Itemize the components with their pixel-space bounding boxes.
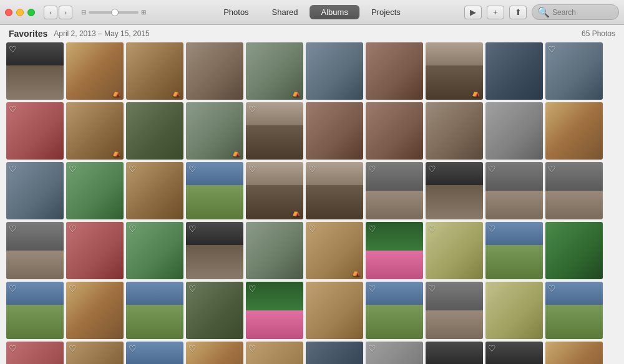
location-icon: ⛺: [112, 149, 121, 157]
photo-item[interactable]: ♡: [126, 222, 183, 279]
photo-item[interactable]: [126, 102, 183, 160]
heart-icon: ♡: [129, 344, 137, 353]
photo-item[interactable]: ♡: [66, 162, 124, 219]
photo-item[interactable]: ⛺: [66, 42, 124, 100]
photo-item[interactable]: ♡: [6, 102, 64, 160]
heart-icon: ♡: [9, 105, 17, 113]
photo-item[interactable]: ♡: [545, 42, 603, 100]
photo-item[interactable]: ♡: [246, 342, 303, 364]
zoom-slider-track[interactable]: [89, 11, 139, 14]
photo-item[interactable]: [306, 342, 363, 364]
photo-item[interactable]: ♡: [485, 222, 543, 279]
search-box[interactable]: 🔍: [532, 4, 619, 20]
photo-item[interactable]: ♡⛺: [306, 222, 363, 279]
photo-item[interactable]: ♡: [126, 342, 183, 364]
share-button[interactable]: ⬆: [509, 6, 527, 19]
photo-item[interactable]: [366, 102, 423, 160]
zoom-out-icon: ⊟: [81, 9, 86, 16]
photo-item[interactable]: [306, 102, 363, 160]
toolbar-right: ▶ + ⬆ 🔍: [464, 4, 619, 20]
photo-item[interactable]: [426, 102, 483, 160]
subtitle-left: Favorites April 2, 2013 – May 15, 2015: [9, 29, 150, 39]
photo-item[interactable]: ♡: [186, 282, 243, 339]
play-button[interactable]: ▶: [464, 6, 482, 19]
photo-item[interactable]: [186, 42, 243, 100]
search-icon: 🔍: [537, 6, 550, 18]
heart-icon: ♡: [368, 284, 376, 293]
photo-item[interactable]: [485, 42, 543, 100]
photo-item[interactable]: [246, 222, 303, 279]
photo-item[interactable]: ♡: [366, 342, 423, 364]
photo-item[interactable]: ♡: [426, 162, 483, 219]
content-area: Favorites April 2, 2013 – May 15, 2015 6…: [0, 25, 624, 364]
heart-icon: ♡: [488, 344, 496, 353]
photo-item[interactable]: ♡: [306, 162, 363, 219]
maximize-button[interactable]: [27, 9, 35, 16]
location-icon: ⛺: [472, 89, 480, 97]
photo-item[interactable]: [306, 282, 363, 339]
forward-button[interactable]: ›: [59, 6, 72, 19]
photo-item[interactable]: ♡: [6, 42, 64, 100]
photo-item[interactable]: ♡: [66, 342, 124, 364]
traffic-lights: [5, 9, 35, 16]
photo-item[interactable]: ♡: [66, 282, 124, 339]
close-button[interactable]: [5, 9, 12, 16]
photo-item[interactable]: ♡: [366, 282, 423, 339]
titlebar: ‹ › ⊟ ⊞ PhotosSharedAlbumsProjects ▶ + ⬆…: [0, 0, 624, 25]
back-button[interactable]: ‹: [44, 6, 57, 19]
photo-item[interactable]: ♡⛺: [246, 162, 303, 219]
photo-item[interactable]: ♡: [6, 162, 64, 219]
photo-item[interactable]: ♡: [485, 162, 543, 219]
photo-item[interactable]: [545, 222, 603, 279]
photo-grid: ♡⛺⛺⛺⛺♡♡⛺⛺♡♡♡♡♡♡⛺♡♡♡♡♡♡♡♡♡♡⛺♡♡♡♡♡♡♡♡♡♡♡♡♡…: [0, 42, 624, 364]
nav-arrows: ‹ ›: [44, 6, 72, 19]
add-button[interactable]: +: [487, 6, 504, 19]
heart-icon: ♡: [368, 344, 376, 353]
photo-item[interactable]: [485, 282, 543, 339]
photo-item[interactable]: ⛺: [66, 102, 124, 160]
heart-icon: ♡: [548, 165, 556, 173]
photo-item[interactable]: ♡: [485, 342, 543, 364]
nav-tab-projects[interactable]: Projects: [360, 5, 412, 19]
nav-tab-photos[interactable]: Photos: [212, 5, 260, 19]
photo-count: 65 Photos: [582, 29, 615, 38]
photo-item[interactable]: ⛺: [126, 42, 183, 100]
photo-item[interactable]: ♡: [246, 102, 303, 160]
photo-item[interactable]: ⛺: [186, 102, 243, 160]
photo-item[interactable]: ♡: [186, 162, 243, 219]
photo-item[interactable]: ♡: [6, 222, 64, 279]
photo-item[interactable]: [306, 42, 363, 100]
photo-item[interactable]: ♡: [186, 342, 243, 364]
photo-item[interactable]: ♡: [426, 222, 483, 279]
photo-item[interactable]: ♡: [126, 162, 183, 219]
heart-icon: ♡: [548, 45, 556, 54]
photo-item[interactable]: ♡: [186, 222, 243, 279]
photo-item[interactable]: ♡: [6, 342, 64, 364]
photo-item[interactable]: ♡: [545, 282, 603, 339]
photo-item[interactable]: [366, 42, 423, 100]
photo-item[interactable]: ♡: [545, 162, 603, 219]
photo-item[interactable]: ♡: [246, 282, 303, 339]
photo-item[interactable]: ⛺: [246, 42, 303, 100]
photo-item[interactable]: ⛺: [426, 42, 483, 100]
zoom-in-icon: ⊞: [141, 9, 146, 16]
heart-icon: ♡: [308, 165, 316, 173]
heart-icon: ♡: [368, 165, 376, 173]
photo-item[interactable]: ♡: [366, 222, 423, 279]
location-icon: ⛺: [112, 89, 121, 97]
search-input[interactable]: [552, 8, 613, 17]
photo-item[interactable]: [485, 102, 543, 160]
photo-item[interactable]: [426, 342, 483, 364]
nav-tab-shared[interactable]: Shared: [261, 5, 310, 19]
minimize-button[interactable]: [16, 9, 24, 16]
photo-item[interactable]: ♡: [6, 282, 64, 339]
photo-item[interactable]: ♡: [366, 162, 423, 219]
photo-item[interactable]: ♡: [66, 222, 124, 279]
photo-item[interactable]: [545, 102, 603, 160]
location-icon: ⛺: [292, 209, 301, 217]
photo-item[interactable]: ♡: [426, 282, 483, 339]
photo-item[interactable]: [545, 342, 603, 364]
heart-icon: ♡: [248, 165, 256, 173]
nav-tab-albums[interactable]: Albums: [310, 5, 359, 19]
photo-item[interactable]: [126, 282, 183, 339]
